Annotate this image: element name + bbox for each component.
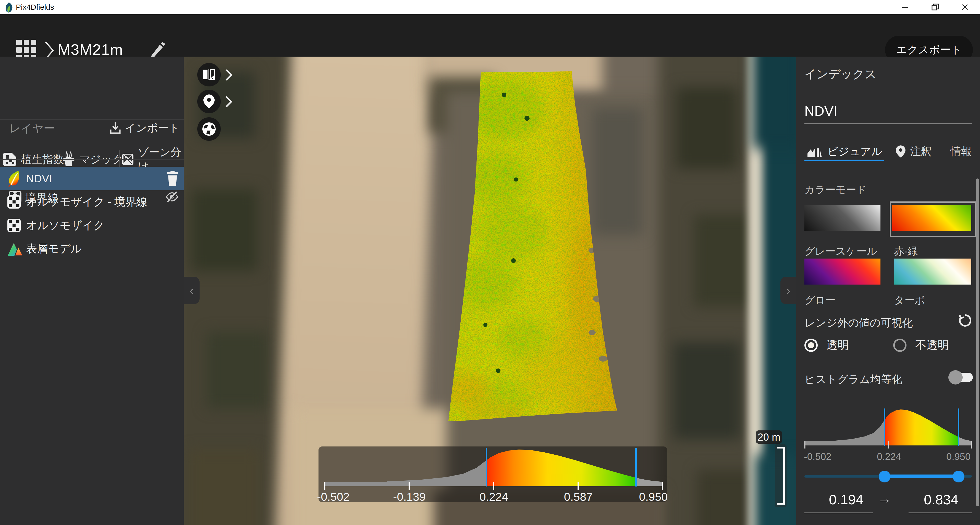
orthomosaic-icon: [7, 219, 21, 232]
top-bar: M3M21m エクスポート: [0, 14, 980, 57]
color-mode-title: カラーモード: [804, 182, 867, 197]
pix4d-logo-icon: [3, 2, 14, 13]
tick-label: 0.950: [946, 451, 970, 462]
pix4dfields-window: Pix4Dfields M3M21m エクスポート: [0, 0, 980, 525]
os-titlebar: Pix4Dfields: [0, 0, 980, 14]
colormode-label: ターボ: [894, 293, 925, 307]
app-title: Pix4Dfields: [16, 3, 54, 11]
colormode-grayscale[interactable]: [804, 205, 880, 231]
layer-label: NDVI: [26, 172, 52, 185]
basemap-button[interactable]: [197, 117, 221, 141]
reset-icon[interactable]: [959, 314, 972, 327]
compare-layers-button[interactable]: [197, 63, 221, 86]
divider: [0, 159, 184, 160]
tick-label: 0.224: [877, 451, 901, 462]
scale-value: 20 m: [758, 431, 780, 443]
tick-label: -0.502: [317, 490, 350, 504]
tick: [578, 482, 579, 490]
export-label: エクスポート: [896, 43, 962, 57]
tab-label: ビジュアル: [827, 144, 882, 159]
sidebar-collapse-handle[interactable]: ‹: [184, 277, 200, 304]
orthomosaic-icon: [7, 195, 21, 209]
tick: [324, 482, 325, 490]
histogram-equalization-toggle[interactable]: [953, 372, 974, 382]
range-high-input[interactable]: 0.834: [924, 492, 958, 508]
slider-active-segment: [885, 474, 959, 478]
tick-label: 0.587: [564, 490, 593, 504]
delete-trash-icon[interactable]: [166, 171, 179, 186]
panel-scrollbar[interactable]: [976, 178, 979, 506]
restore-button[interactable]: [924, 0, 947, 14]
globe-icon: [202, 122, 216, 136]
annotations-expand-chevron[interactable]: [224, 96, 233, 108]
tick: [662, 482, 663, 490]
range-low-input[interactable]: 0.194: [829, 492, 863, 508]
layers-sidebar: レイヤー インポート 植生指数: [0, 57, 184, 525]
tab-label: 情報: [950, 144, 972, 159]
radio-transparent[interactable]: 透明: [804, 338, 849, 353]
input-underline: [908, 512, 972, 513]
tab-info[interactable]: 情報: [950, 144, 972, 159]
colormode-label: 赤-緑: [894, 244, 918, 258]
tab-annotations[interactable]: 注釈: [896, 144, 932, 159]
close-button[interactable]: [953, 0, 977, 14]
tick-label: 0.224: [479, 490, 508, 504]
layer-row-orthomosaic-boundary[interactable]: オルソモザイク - 境界線: [0, 190, 184, 214]
select-underline: [804, 124, 972, 124]
colormode-turbo[interactable]: [894, 259, 971, 285]
layer-row-surface-model[interactable]: 表層モデル: [0, 237, 184, 260]
restore-icon: [931, 3, 940, 11]
colormode-label: グレースケール: [804, 244, 877, 258]
range-max-line[interactable]: [635, 448, 637, 487]
tab-visual[interactable]: ビジュアル: [808, 144, 882, 159]
input-underline: [804, 512, 873, 513]
import-button[interactable]: インポート: [110, 121, 180, 135]
annotations-button[interactable]: [197, 90, 221, 113]
surface-model-icon: [7, 241, 24, 256]
minimize-button[interactable]: [894, 0, 917, 14]
layer-label: 表層モデル: [26, 241, 82, 256]
out-of-range-title: レンジ外の値の可視化: [804, 316, 913, 330]
range-arrow-icon: →: [877, 490, 892, 507]
colormode-glow[interactable]: [804, 259, 880, 285]
scale-bracket-icon: [775, 444, 787, 508]
tick: [493, 482, 494, 490]
project-title: M3M21m: [58, 41, 123, 59]
panel-collapse-handle[interactable]: ›: [780, 277, 796, 304]
tick-label: 0.950: [639, 490, 668, 504]
tick-label: -0.139: [393, 490, 426, 504]
tick: [409, 482, 410, 490]
slider-thumb-high[interactable]: [953, 471, 964, 482]
colormode-redgreen[interactable]: [892, 205, 971, 231]
histogram-equalization-label: ヒストグラム均等化: [804, 372, 902, 387]
minimize-icon: [901, 3, 909, 11]
histogram-curve: [325, 448, 662, 482]
slider-thumb-low[interactable]: [879, 471, 891, 482]
tick: [971, 441, 972, 449]
panel-title: インデックス: [804, 66, 877, 82]
tick: [804, 441, 805, 449]
layer-label: オルソモザイク - 境界線: [26, 195, 147, 209]
tab-label: 注釈: [910, 144, 932, 159]
compare-split-icon: [202, 68, 216, 81]
compare-expand-chevron[interactable]: [224, 69, 233, 81]
index-select[interactable]: NDVI: [804, 103, 972, 119]
colormode-label: グロー: [804, 293, 835, 307]
radio-opaque[interactable]: 不透明: [893, 338, 949, 353]
panel-range-min-line[interactable]: [884, 408, 885, 446]
layer-row-ndvi[interactable]: NDVI: [0, 167, 184, 190]
map-viewport[interactable]: ‹ › 20 m: [184, 57, 796, 525]
layer-row-orthomosaic[interactable]: オルソモザイク: [0, 214, 184, 237]
pin-icon: [896, 145, 905, 158]
radio-icon: [893, 339, 907, 352]
range-slider[interactable]: [804, 471, 972, 482]
import-download-icon: [110, 122, 121, 134]
close-icon: [961, 3, 969, 11]
radio-label: 不透明: [915, 338, 949, 353]
import-label: インポート: [125, 121, 180, 135]
range-min-line[interactable]: [486, 448, 487, 487]
scale-bar-label: 20 m: [756, 430, 782, 444]
divider: [0, 119, 184, 120]
active-tab-underline: [804, 160, 884, 161]
panel-range-max-line[interactable]: [958, 408, 959, 446]
